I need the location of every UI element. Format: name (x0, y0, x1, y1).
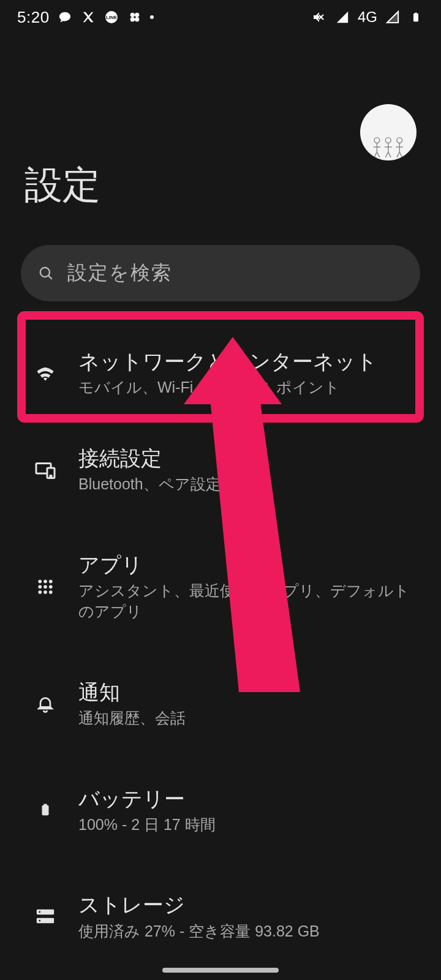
network-type-label: 4G (358, 9, 377, 26)
svg-point-22 (38, 590, 42, 594)
clover-icon (127, 9, 143, 25)
svg-point-30 (39, 920, 40, 922)
svg-line-12 (48, 276, 52, 279)
svg-point-20 (43, 585, 47, 589)
bell-icon (33, 694, 58, 714)
svg-rect-6 (413, 13, 418, 21)
settings-item-storage[interactable]: ストレージ 使用済み 27% - 空き容量 93.82 GB (0, 874, 441, 959)
svg-point-15 (50, 475, 51, 477)
svg-point-9 (386, 137, 391, 143)
storage-icon (33, 906, 58, 927)
svg-point-4 (130, 17, 134, 21)
settings-item-title: ネットワークとインターネット (78, 348, 417, 375)
settings-item-network[interactable]: ネットワークとインターネット モバイル、Wi-Fi、アクセス ポイント (0, 318, 441, 428)
apps-grid-icon (33, 578, 58, 596)
svg-point-16 (38, 579, 42, 583)
svg-point-19 (38, 585, 42, 589)
settings-item-subtitle: モバイル、Wi-Fi、アクセス ポイント (78, 377, 417, 398)
settings-search[interactable]: 設定を検索 (21, 245, 420, 301)
chat-bubble-icon (57, 9, 73, 25)
gesture-nav-handle[interactable] (162, 968, 279, 973)
battery-icon (408, 9, 424, 25)
svg-point-24 (49, 590, 53, 594)
settings-item-title: バッテリー (78, 785, 417, 812)
status-clock: 5:20 (17, 8, 50, 27)
svg-point-21 (49, 585, 53, 589)
line-app-icon: LINE (104, 9, 119, 25)
profile-avatar[interactable] (360, 104, 417, 160)
status-left: 5:20 LINE (17, 8, 154, 27)
svg-point-10 (397, 137, 402, 143)
svg-point-23 (43, 590, 47, 594)
avatar-image-icon (366, 134, 411, 160)
settings-list: ネットワークとインターネット モバイル、Wi-Fi、アクセス ポイント 接続設定… (0, 318, 441, 980)
devices-icon (33, 459, 58, 481)
status-right: 4G (311, 9, 424, 26)
signal-full-icon (334, 9, 350, 25)
settings-item-connected-devices[interactable]: 接続設定 Bluetooth、ペア設定 (0, 428, 441, 512)
settings-item-subtitle: 通知履歴、会話 (78, 708, 417, 729)
battery-full-icon (33, 799, 58, 820)
settings-item-title: ストレージ (78, 891, 417, 918)
search-icon (38, 265, 54, 281)
svg-point-29 (39, 911, 40, 913)
settings-item-apps[interactable]: アプリ アシスタント、最近使ったアプリ、デフォルトのアプリ (0, 534, 441, 639)
svg-rect-25 (42, 805, 49, 816)
settings-item-subtitle: 100% - 2 日 17 時間 (78, 815, 417, 835)
mute-icon (311, 9, 327, 25)
settings-item-title: アプリ (78, 551, 417, 578)
settings-item-subtitle: Bluetooth、ペア設定 (78, 474, 417, 495)
svg-point-18 (49, 579, 53, 583)
svg-text:LINE: LINE (105, 15, 117, 20)
status-overflow-dot-icon (150, 15, 154, 19)
svg-point-17 (43, 579, 47, 583)
wifi-icon (33, 362, 58, 384)
svg-point-2 (130, 13, 134, 17)
page-title: 設定 (24, 159, 417, 211)
settings-item-title: 通知 (78, 679, 417, 706)
svg-rect-26 (43, 804, 47, 806)
x-logo-icon (80, 9, 96, 25)
settings-item-subtitle: 使用済み 27% - 空き容量 93.82 GB (78, 921, 417, 942)
signal-secondary-icon (385, 9, 401, 25)
settings-item-battery[interactable]: バッテリー 100% - 2 日 17 時間 (0, 768, 441, 853)
svg-point-8 (374, 137, 380, 143)
settings-header: 設定 (0, 104, 441, 211)
status-bar: 5:20 LINE 4G (0, 0, 441, 34)
settings-item-notifications[interactable]: 通知 通知履歴、会話 (0, 662, 441, 746)
svg-point-11 (40, 268, 50, 277)
search-placeholder: 設定を検索 (67, 260, 172, 287)
settings-item-title: 接続設定 (78, 445, 417, 472)
svg-rect-7 (415, 13, 417, 14)
svg-point-3 (135, 13, 139, 17)
svg-point-5 (135, 17, 139, 21)
settings-item-subtitle: アシスタント、最近使ったアプリ、デフォルトのアプリ (78, 581, 417, 622)
